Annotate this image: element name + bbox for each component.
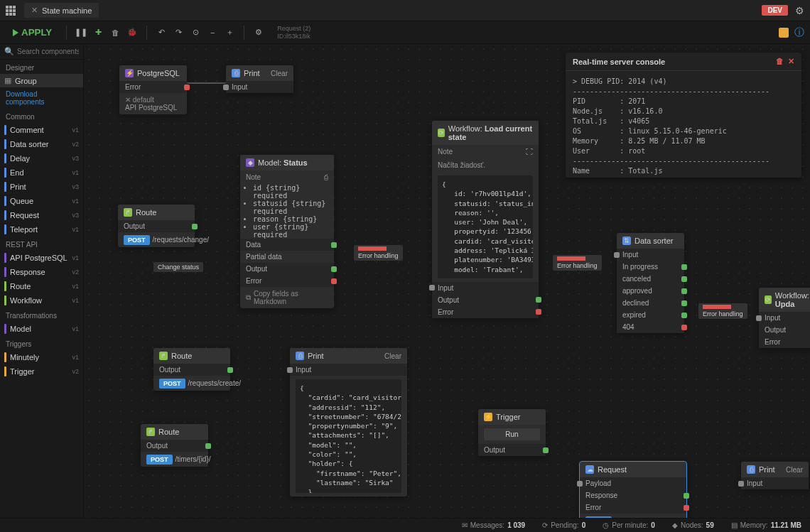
sidebar-item-label: Print [10, 183, 68, 191]
node-print-1[interactable]: ⎙PrintClear Input [226, 65, 293, 93]
stripe-icon [4, 168, 6, 178]
sidebar-item-label: Comment [10, 126, 68, 134]
port-output: Output [240, 263, 334, 275]
node-workflow-update[interactable]: ⟳Workflow: Upda Input Output Error [759, 288, 810, 348]
clear-button[interactable]: Clear [384, 352, 401, 360]
error-handling-badge-3: Error handling [698, 303, 747, 319]
node-route-1[interactable]: ↱Route Output POST/requests/change/ [118, 205, 195, 247]
stripe-icon [4, 182, 6, 192]
postgres-note: ✕ defaultAPI PostgreSQL [119, 93, 187, 114]
sidebar-item-version: v3 [72, 183, 79, 190]
port-input: Input [432, 282, 539, 294]
trash-icon[interactable]: 🗑 [108, 26, 122, 40]
run-button[interactable]: Run [484, 428, 540, 440]
sidebar-item-version: v2 [72, 141, 79, 148]
sidebar-item-label: Delay [10, 154, 68, 163]
node-route-3[interactable]: ↱Route Output POST/timers/{id}/ [141, 424, 208, 467]
request-info: Request (2) ID:il53k18ik [277, 25, 310, 40]
sidebar-item[interactable]: Printv3 [0, 180, 83, 194]
copy-icon: ⧉ [246, 293, 251, 302]
canvas[interactable]: ⚡PostgreSQL Error ✕ defaultAPI PostgreSQ… [84, 44, 810, 518]
dev-badge: DEV [762, 5, 788, 16]
info-icon[interactable]: ⓘ [794, 26, 804, 39]
zoom-fit-icon[interactable]: ⊙ [188, 26, 202, 40]
sidebar-item-version: v1 [72, 254, 79, 261]
print-icon: ⎙ [232, 69, 240, 77]
sidebar-item-label: Minutely [10, 353, 68, 362]
copy-link[interactable]: ⧉Copy fields as Markdown [240, 287, 334, 308]
search-input[interactable] [17, 48, 79, 55]
trigger-icon: ⚡ [484, 413, 492, 421]
sidebar-item[interactable]: Endv1 [0, 165, 83, 180]
expand-icon[interactable]: ⛶ [526, 148, 533, 156]
sidebar-item-version: v2 [72, 368, 79, 375]
zoom-in-icon[interactable]: ＋ [222, 26, 237, 40]
stripe-icon [4, 196, 6, 206]
topbar: ✕ State machine DEV ⚙ [0, 0, 810, 21]
sidebar-heading: REST API [0, 237, 83, 251]
node-trigger[interactable]: ⚡Trigger Run Output [478, 409, 546, 456]
node-request[interactable]: ☁Request Payload Response Error POSThttp… [580, 462, 686, 518]
stripe-icon [4, 324, 6, 334]
node-workflow-load[interactable]: ⟳Workflow: Load current state Note⛶ Načí… [432, 121, 539, 318]
sidebar-item[interactable]: Responsev2 [0, 265, 83, 279]
title-box[interactable]: ✕ State machine [24, 3, 99, 18]
undo-icon[interactable]: ↶ [154, 26, 168, 40]
port-output: Output [118, 220, 195, 232]
console-output: > DEBUG PID: 2014 (v4) -----------------… [566, 71, 801, 178]
redo-icon[interactable]: ↷ [171, 26, 185, 40]
pause-icon[interactable]: ❚❚ [74, 26, 88, 40]
sidebar-item-label: Teleport [10, 225, 68, 234]
apps-icon[interactable] [6, 6, 16, 16]
sidebar-item[interactable]: Data sorterv2 [0, 137, 83, 151]
indicator-yellow[interactable] [779, 28, 789, 38]
node-route-2[interactable]: ↱Route Output POST/requests/create/ [153, 348, 230, 391]
sb-nodes: ◆Nodes:59 [672, 521, 714, 529]
sidebar-item[interactable]: Triggerv2 [0, 364, 83, 379]
sidebar-item-version: v3 [72, 212, 79, 219]
sidebar-heading: Triggers [0, 336, 83, 350]
sidebar-item[interactable]: Requestv3 [0, 208, 83, 222]
console-trash-icon[interactable]: 🗑 [776, 57, 784, 66]
print-small-icon[interactable]: ⎙ [324, 173, 328, 181]
bug2-icon[interactable]: 🐞 [125, 26, 139, 40]
sidebar-item-version: v1 [72, 169, 79, 176]
bug-icon[interactable]: ⚙ [795, 5, 804, 16]
node-print-2[interactable]: ⎙PrintClear Input { "cardid": "card_visi… [290, 348, 407, 496]
sidebar-item[interactable]: Delayv3 [0, 151, 83, 165]
zoom-out-icon[interactable]: − [205, 26, 220, 40]
clear-button[interactable]: Clear [786, 466, 803, 474]
sidebar-item[interactable]: API PostgreSQLv1 [0, 251, 83, 265]
node-print-3[interactable]: ⎙PrintClear Input [741, 462, 809, 489]
port-partial: Partial data [240, 251, 334, 263]
close-icon[interactable]: ✕ [31, 6, 38, 15]
sidebar-item[interactable]: Minutelyv1 [0, 350, 83, 364]
sidebar-item-label: API PostgreSQL [10, 254, 68, 262]
apply-button[interactable]: APPLY [6, 24, 59, 40]
sidebar-item-version: v1 [72, 325, 79, 332]
sidebar-item[interactable]: Queuev1 [0, 194, 83, 208]
stripe-icon [4, 352, 6, 362]
port-input: Input [226, 81, 293, 93]
clear-button[interactable]: Clear [271, 70, 288, 77]
sidebar-item-version: v1 [72, 197, 79, 205]
sidebar-item[interactable]: Workflowv1 [0, 293, 83, 308]
sidebar-item[interactable]: Teleportv1 [0, 222, 83, 237]
settings-icon[interactable]: ⚙ [252, 26, 266, 40]
sidebar-item-group[interactable]: ▦ Group [0, 74, 83, 87]
sidebar-item[interactable]: Modelv1 [0, 322, 83, 336]
console-close-icon[interactable]: ✕ [788, 57, 794, 66]
download-components-link[interactable]: Download components [0, 87, 83, 109]
node-data-sorter[interactable]: ⇅Data sorter Input In progress canceled … [617, 233, 684, 333]
sidebar-item[interactable]: Commentv1 [0, 123, 83, 137]
sb-messages: ✉Messages:1 039 [462, 521, 525, 529]
sidebar: 🔍 Designer ▦ Group Download components C… [0, 44, 84, 518]
stripe-icon [4, 295, 6, 305]
add-icon[interactable]: ✚ [91, 26, 105, 40]
sidebar-heading: Common [0, 109, 83, 123]
node-postgresql[interactable]: ⚡PostgreSQL Error ✕ defaultAPI PostgreSQ… [119, 65, 187, 114]
console-panel[interactable]: Real-time server console 🗑✕ > DEBUG PID:… [566, 53, 801, 178]
post-badge: POST [124, 235, 150, 245]
sidebar-item[interactable]: Routev1 [0, 279, 83, 293]
node-model[interactable]: ◆Model: Status Note⎙ id {string} require… [240, 155, 334, 308]
